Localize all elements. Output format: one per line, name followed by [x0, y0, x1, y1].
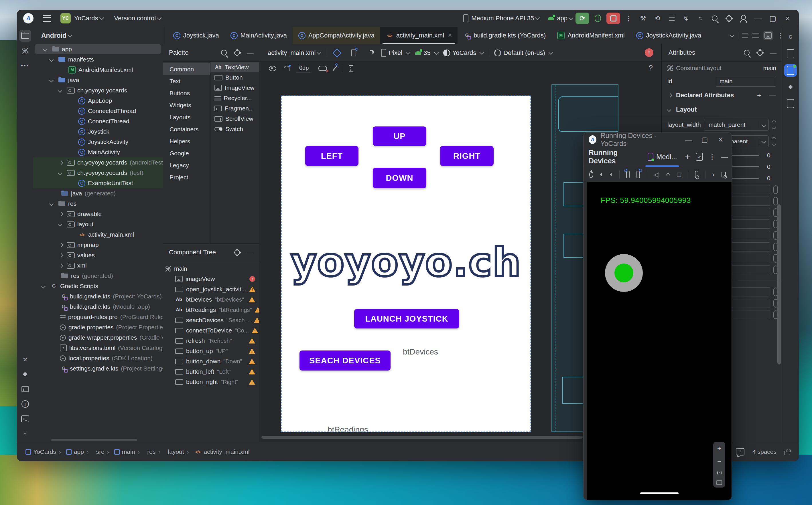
breadcrumb-item[interactable]: YoCards — [25, 448, 56, 455]
project-tree-item[interactable]: AppLoop — [33, 96, 163, 106]
layout-section[interactable]: Layout — [676, 106, 697, 113]
add-attribute-button[interactable]: + — [757, 91, 761, 100]
android-home-button[interactable]: ○ — [666, 171, 670, 179]
more-chevron-icon[interactable]: › — [712, 171, 715, 179]
component-tree-item[interactable]: button_up "UP" — [163, 346, 259, 356]
project-tree-item[interactable]: ExampleUnitTest — [33, 178, 163, 188]
default-margin-selector[interactable]: 0dp — [297, 65, 311, 72]
project-tree-item[interactable]: AndroidManifest.xml — [33, 65, 163, 75]
attributes-settings-button[interactable] — [755, 48, 765, 57]
window-maximize-button[interactable]: ▢ — [767, 14, 779, 23]
attributes-search-button[interactable] — [742, 48, 752, 57]
chevron-icon[interactable] — [42, 285, 47, 288]
hidden-tabs-chevron-icon[interactable] — [730, 33, 735, 37]
design-canvas[interactable]: UP LEFT RIGHT DOWN yoyoyo.ch LAUNCH JOYS… — [281, 96, 531, 432]
canvas-button-down[interactable]: DOWN — [373, 168, 426, 188]
rotate-right-icon[interactable] — [637, 171, 640, 178]
run-configuration-selector[interactable]: app — [548, 15, 573, 22]
editor-tab[interactable]: JoystickActivity.java × — [631, 27, 707, 44]
chevron-icon[interactable] — [58, 243, 64, 246]
issue-panel-button[interactable]: ! — [645, 48, 653, 57]
editor-tab[interactable]: AppCompatActivity.java × — [293, 27, 380, 44]
project-tree-item[interactable]: Gradle Scripts — [33, 281, 163, 291]
orientation-button[interactable] — [348, 47, 359, 59]
device-screen[interactable]: FPS: 59.94005994005993 + − 1:1 — [587, 182, 731, 500]
component-tree-item[interactable]: btDevices "btDevices" — [163, 295, 259, 305]
terminal-tool-button[interactable]: >_ — [19, 413, 31, 425]
project-tree-item[interactable]: java — [33, 75, 163, 85]
component-tree-item[interactable]: refresh "Refresh" — [163, 336, 259, 346]
view-options-icon[interactable] — [269, 66, 276, 71]
joystick-base[interactable] — [605, 254, 643, 292]
palette-category[interactable]: Layouts — [163, 111, 210, 123]
add-device-button[interactable]: + — [685, 152, 690, 162]
palette-component[interactable]: TextView — [211, 62, 259, 72]
chevron-down-icon[interactable] — [667, 108, 673, 111]
breadcrumb-item[interactable]: res — [138, 448, 155, 455]
resource-manager-tool-button[interactable] — [19, 45, 31, 57]
declared-attributes-section[interactable]: Declared Attributes — [676, 92, 734, 99]
settings-button[interactable] — [723, 13, 735, 24]
window-close-button[interactable]: × — [713, 136, 729, 144]
fit-to-window-button[interactable] — [716, 480, 722, 485]
chevron-icon[interactable] — [58, 161, 64, 164]
attribute-value-dropdown[interactable]: match_parent — [704, 119, 769, 131]
account-button[interactable] — [737, 13, 749, 24]
editor-tab[interactable]: MainActivity.java × — [225, 27, 293, 44]
palette-component[interactable]: Button — [211, 72, 259, 83]
palette-category[interactable]: Common — [163, 63, 210, 75]
project-tree-item[interactable]: gradle-wrapper.properties (Gradle Ve — [33, 332, 163, 343]
chevron-icon[interactable] — [50, 58, 55, 61]
volume-down-icon[interactable] — [610, 173, 612, 177]
project-view-selector[interactable]: Android — [33, 27, 163, 44]
breadcrumb-item[interactable]: src — [87, 448, 104, 455]
canvas-button-left[interactable]: LEFT — [305, 146, 359, 166]
project-tree-item[interactable]: java (generated) — [33, 188, 163, 199]
locale-menu[interactable]: Default (en-us) — [494, 49, 553, 57]
palette-category[interactable]: Containers — [163, 123, 210, 135]
project-horizontal-scrollbar[interactable] — [51, 439, 137, 441]
layout-file-selector[interactable]: activity_main.xml — [268, 49, 321, 57]
gradle-tool-button[interactable] — [784, 31, 797, 43]
project-tree-item[interactable]: local.properties (SDK Location) — [33, 353, 163, 363]
canvas-button-right[interactable]: RIGHT — [440, 146, 494, 166]
palette-category[interactable]: Text — [163, 75, 210, 87]
palette-category[interactable]: Project — [163, 171, 210, 183]
logcat-tool-button[interactable] — [19, 383, 31, 395]
palette-minimize-button[interactable]: — — [245, 48, 255, 57]
unlock-icon[interactable] — [785, 451, 790, 455]
device-tab[interactable]: Medi... — [645, 147, 679, 167]
project-tree-item[interactable]: ConnectedThread — [33, 106, 163, 116]
palette-component[interactable]: Switch — [211, 124, 259, 134]
search-everywhere-button[interactable] — [709, 13, 720, 24]
palette-component[interactable]: Fragmen... — [211, 103, 259, 114]
attribute-toggle-pill[interactable] — [773, 185, 778, 194]
editor-tab[interactable]: activity_main.xml × — [380, 27, 457, 44]
breadcrumb-item[interactable]: app — [59, 448, 84, 455]
build-button[interactable]: ⚒ — [637, 13, 649, 24]
attribute-toggle-pill[interactable] — [772, 121, 776, 129]
canvas-button-launch-joystick[interactable]: LAUNCH JOYSTICK — [354, 309, 459, 328]
component-tree-item[interactable]: imageView — [163, 274, 259, 284]
palette-category[interactable]: Widgets — [163, 99, 210, 111]
component-tree-item[interactable]: seachDevices "Seach ... — [163, 315, 259, 325]
theme-menu[interactable]: YoCards — [443, 49, 484, 57]
canvas-button-seach-devices[interactable]: SEACH DEVICES — [299, 350, 391, 370]
project-tree-item[interactable]: build.gradle.kts (Project: YoCards) — [33, 291, 163, 302]
device-selector[interactable]: Medium Phone API 35 — [463, 14, 539, 22]
rerun-button[interactable]: ⟳ — [575, 13, 589, 24]
screenshot-icon[interactable] — [721, 172, 726, 177]
chevron-icon[interactable] — [43, 48, 49, 51]
project-tree-item[interactable]: build.gradle.kts (Module :app) — [33, 302, 163, 312]
project-tree-item[interactable]: values — [33, 250, 163, 261]
problems-tool-button[interactable]: ! — [19, 398, 31, 410]
editor-tab[interactable]: Joystick.java × — [167, 27, 225, 44]
palette-component[interactable]: ImageView — [211, 83, 259, 93]
gemini-tool-button[interactable] — [784, 81, 797, 93]
attributes-scrollbar[interactable] — [777, 204, 781, 364]
chevron-icon[interactable] — [58, 223, 64, 226]
running-devices-title-bar[interactable]: A Running Devices - YoCards — ▢ × — [583, 133, 731, 147]
zoom-in-button[interactable]: + — [717, 444, 721, 452]
project-tree-item[interactable]: libs.versions.toml (Version Catalog) — [33, 343, 163, 353]
running-devices-tool-button[interactable] — [784, 64, 797, 77]
